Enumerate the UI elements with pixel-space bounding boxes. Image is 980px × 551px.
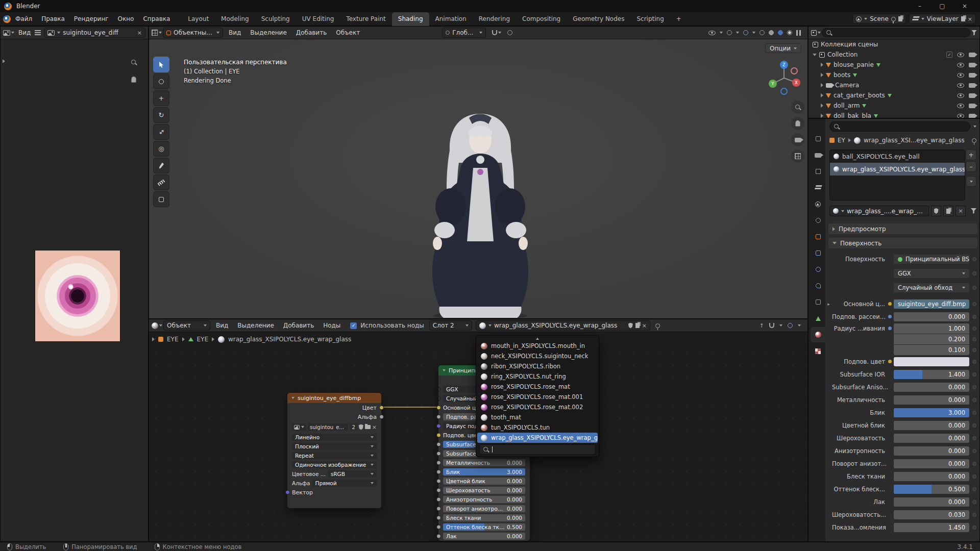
workspace-tab[interactable]: Sculpting	[255, 12, 296, 26]
decorator-dot[interactable]	[972, 423, 976, 428]
material-dropdown-item[interactable]: tun_XSIPOLYCLS.tun	[477, 422, 598, 433]
properties-search-input[interactable]	[843, 123, 966, 130]
input-socket[interactable]	[436, 415, 441, 419]
slot-specials-button[interactable]	[966, 176, 976, 187]
material-dropdown-item[interactable]: tooth_mat	[477, 412, 598, 422]
node-input-field[interactable]: Металличность 0.000	[443, 459, 525, 466]
overlays-toggle-icon[interactable]	[788, 323, 793, 328]
decorator-dot[interactable]	[972, 286, 976, 290]
copy-icon[interactable]	[961, 16, 965, 21]
menu-item[interactable]: Справка	[138, 12, 175, 26]
region-expand-chevron[interactable]	[3, 59, 5, 63]
image-datablock-selector[interactable]: suigintou_eye_diff ×	[44, 28, 145, 38]
vector-input-socket[interactable]	[285, 490, 290, 495]
eye-texture-image[interactable]	[35, 250, 120, 342]
menu-item[interactable]: Выделение	[233, 319, 278, 333]
hide-icon[interactable]	[957, 83, 964, 88]
breadcrumb-object[interactable]: EY	[838, 137, 845, 144]
menu-item[interactable]: Вид	[224, 26, 246, 40]
pan-gizmo[interactable]	[128, 73, 140, 86]
workspace-tab[interactable]: Texture Paint	[340, 12, 391, 26]
input-socket[interactable]	[436, 516, 441, 520]
workspace-tab[interactable]: Scripting	[630, 12, 670, 26]
decorator-dot[interactable]	[972, 487, 976, 491]
property-field[interactable]: 0.500	[894, 485, 969, 494]
tool-select-box[interactable]	[153, 57, 169, 72]
image-editor-type-icon[interactable]	[3, 30, 10, 36]
material-slot-row[interactable]: wrap_glass_XSIPOLYCLS.eye_wrap_glass	[830, 163, 965, 176]
material-dropdown-item[interactable]: rose_XSIPOLYCLS.rose_mat.002	[477, 402, 598, 412]
disable-render-icon[interactable]	[969, 73, 975, 78]
source-select[interactable]: Одиночное изображение	[292, 461, 377, 468]
tab-world[interactable]	[811, 213, 825, 228]
input-socket[interactable]	[436, 507, 441, 511]
input-socket[interactable]	[436, 488, 441, 493]
decorator-dot[interactable]	[972, 348, 976, 352]
input-socket[interactable]	[436, 534, 441, 539]
collection-checkbox[interactable]	[946, 52, 952, 58]
hide-icon[interactable]	[957, 53, 964, 57]
outliner-search[interactable]	[822, 28, 970, 37]
tab-scene[interactable]	[811, 196, 825, 212]
image-name-field[interactable]: suigintou_e...	[308, 423, 348, 431]
decorator-dot[interactable]	[972, 257, 976, 261]
gizmos-toggle-icon[interactable]	[727, 30, 732, 35]
disable-render-icon[interactable]	[969, 53, 975, 57]
property-field[interactable]: 0.200	[894, 334, 969, 344]
expand-icon[interactable]: ▸	[825, 302, 832, 307]
viewport-zoom-gizmo[interactable]	[791, 101, 804, 114]
decorator-dot[interactable]	[972, 360, 976, 364]
property-field[interactable]: 1.450	[894, 523, 969, 532]
node-input-row[interactable]: Блик 3.000	[438, 467, 530, 477]
workspace-tab[interactable]: Geometry Nodes	[567, 12, 630, 26]
property-field[interactable]: 0.000	[894, 472, 969, 481]
dropdown-search-field[interactable]	[479, 444, 596, 455]
use-nodes-checkbox[interactable]	[350, 322, 357, 329]
decorator-dot[interactable]	[972, 385, 976, 389]
expand-icon[interactable]	[821, 73, 823, 77]
decorator-dot[interactable]	[972, 513, 976, 517]
shading-material-icon[interactable]	[778, 30, 783, 35]
breadcrumb-data[interactable]: EYE	[197, 336, 209, 343]
app-menu-icon[interactable]	[3, 15, 11, 23]
material-selector[interactable]: wrap_glass_XSIPOLYCLS.eye_wrap_glass ×	[476, 320, 650, 331]
navigation-gizmo[interactable]: Z X Y	[766, 60, 802, 96]
mode-selector[interactable]: Объектны...	[163, 28, 223, 38]
node-input-row[interactable]: Оттенок блеска ткани 0.500	[438, 522, 530, 532]
collapse-icon[interactable]	[443, 369, 446, 371]
viewport-ortho-gizmo[interactable]	[791, 149, 804, 163]
hide-icon[interactable]	[957, 104, 964, 108]
viewport-options-button[interactable]: Опции	[765, 43, 801, 53]
node-input-field[interactable]: Цветной блик 0.000	[443, 478, 525, 485]
decorator-dot[interactable]	[972, 337, 976, 341]
pin-icon[interactable]	[972, 138, 976, 143]
pause-button-icon[interactable]	[796, 30, 801, 36]
property-field[interactable]	[894, 357, 969, 366]
copy-icon[interactable]	[635, 323, 640, 328]
node-input-field[interactable]: Блеск ткани 0.000	[443, 514, 525, 521]
image-texture-node[interactable]: suigintou_eye_diffbmp Цвет Альфа suigint…	[287, 392, 382, 509]
alpha-output-socket[interactable]	[379, 415, 384, 419]
expand-icon[interactable]	[821, 63, 823, 67]
expand-icon[interactable]	[813, 54, 817, 56]
decorator-dot[interactable]	[972, 449, 976, 453]
property-field[interactable]: 0.000	[894, 446, 969, 456]
input-socket[interactable]	[436, 387, 441, 392]
proportional-edit-icon[interactable]	[507, 30, 512, 35]
outliner-object-row[interactable]: doll_arm	[808, 101, 979, 111]
sss-method-select[interactable]: Случайный обход	[894, 283, 969, 292]
workspace-tab[interactable]: UV Editing	[296, 12, 340, 26]
tab-view-layer[interactable]	[811, 180, 825, 195]
overlays-toggle-icon[interactable]	[743, 30, 748, 35]
viewport-camera-gizmo[interactable]	[791, 133, 804, 146]
input-socket[interactable]	[436, 479, 441, 484]
viewlayer-selector[interactable]: ViewLayer ×	[909, 14, 976, 24]
tool-transform[interactable]: ◎	[153, 141, 169, 157]
scene-selector[interactable]: Scene	[852, 14, 906, 24]
property-field[interactable]: 1.000	[894, 323, 969, 334]
node-input-row[interactable]: Анизотропность 0.000	[438, 495, 530, 504]
decorator-dot[interactable]	[972, 315, 976, 319]
input-socket[interactable]	[436, 406, 441, 410]
tab-modifiers[interactable]	[811, 245, 825, 261]
tool-measure[interactable]	[153, 174, 169, 190]
